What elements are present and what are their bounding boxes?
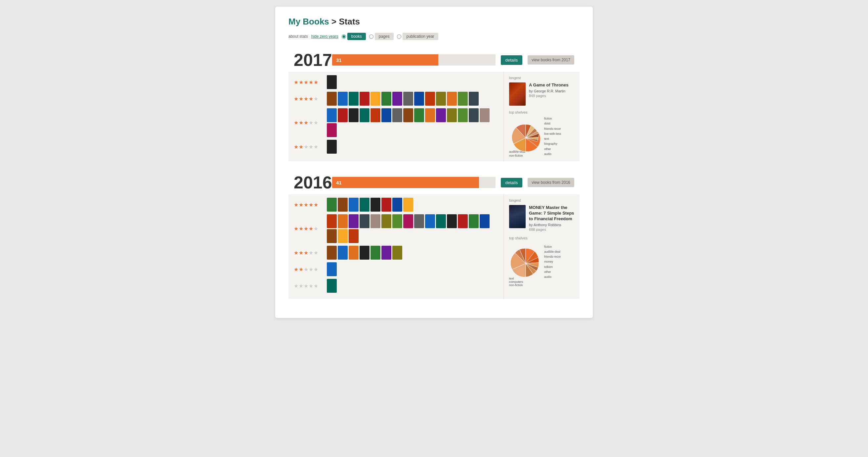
book-cover[interactable] [447,92,457,106]
book-cover[interactable] [338,92,348,106]
book-covers-2star-2017 [327,140,337,154]
book-covers-2star-2016 [327,262,337,276]
book-cover[interactable] [327,108,337,122]
details-button-2016[interactable]: details [501,178,523,188]
book-cover[interactable] [425,214,435,228]
book-cover[interactable] [349,108,359,122]
book-cover[interactable] [436,214,446,228]
ratings-area-2016: ★ ★ ★ ★ ★ [288,194,503,299]
book-cover[interactable] [392,214,402,228]
book-cover[interactable] [338,246,348,260]
pages-radio-option[interactable]: pages [369,33,394,40]
pages-tab[interactable]: pages [375,33,394,40]
books-radio-option[interactable]: books [342,33,366,40]
book-cover[interactable] [479,108,490,122]
bar-fill-2017: 31 [332,54,438,65]
book-cover[interactable] [349,198,359,211]
book-cover[interactable] [327,246,337,260]
longest-book-2016: MONEY Master the Game: 7 Simple Steps to… [509,205,574,231]
book-cover[interactable] [327,229,337,243]
pie-chart-2016: fiction audible-deal friends-recor money… [509,242,574,282]
book-cover[interactable] [327,123,337,137]
book-cover[interactable] [381,92,391,106]
book-cover[interactable] [327,140,337,154]
controls-bar: about stats hide zero years books pages … [288,33,580,40]
book-cover[interactable] [371,246,380,260]
book-cover[interactable] [436,92,446,106]
book-cover[interactable] [349,229,359,243]
rating-row-4star-2017: ★ ★ ★ ★ ★ [294,92,498,106]
book-cover[interactable] [469,214,479,228]
book-cover[interactable] [469,108,479,122]
book-cover[interactable] [327,92,337,106]
book-cover[interactable] [327,75,337,89]
book-cover[interactable] [349,246,359,260]
book-cover[interactable] [360,108,370,122]
book-cover[interactable] [371,214,380,228]
book-cover[interactable] [381,246,391,260]
book-covers-5star-2016 [327,198,413,211]
book-cover[interactable] [425,108,435,122]
book-cover[interactable] [381,108,391,122]
book-cover[interactable] [403,214,413,228]
pie-right-labels-2017: fiction doist friends-recor live-with-le… [544,116,561,156]
longest-book-info-2016: MONEY Master the Game: 7 Simple Steps to… [529,205,574,231]
book-cover[interactable] [458,92,468,106]
longest-book-title-2016: MONEY Master the Game: 7 Simple Steps to… [529,205,574,222]
ratings-area-2017: ★ ★ ★ ★ ★ ★ ★ ★ ★ [288,72,503,161]
book-cover[interactable] [425,92,435,106]
pub-year-tab[interactable]: publication year [403,33,438,40]
book-cover[interactable] [447,214,457,228]
longest-book-author-2017: by George R.R. Martin [529,89,568,93]
book-cover[interactable] [349,92,359,106]
pub-year-radio-option[interactable]: publication year [397,33,438,40]
book-cover[interactable] [371,92,380,106]
book-cover[interactable] [381,198,391,211]
longest-book-2017: A Game of Thrones by George R.R. Martin … [509,82,574,106]
book-cover[interactable] [360,214,370,228]
book-cover[interactable] [360,92,370,106]
book-cover[interactable] [327,198,337,211]
book-cover[interactable] [327,262,337,276]
stars-2-2017: ★ ★ ★ ★ ★ [294,144,323,150]
book-cover[interactable] [414,92,424,106]
longest-book-cover-2017[interactable] [509,82,526,106]
bar-container-2017: 31 [332,54,496,65]
book-cover[interactable] [338,229,348,243]
book-cover[interactable] [403,198,413,211]
book-cover[interactable] [371,108,380,122]
book-cover[interactable] [392,198,402,211]
book-cover[interactable] [338,108,348,122]
book-cover[interactable] [403,92,413,106]
book-cover[interactable] [403,108,413,122]
book-cover[interactable] [349,214,359,228]
book-cover[interactable] [436,108,446,122]
book-cover[interactable] [360,198,370,211]
book-cover[interactable] [381,214,391,228]
book-cover[interactable] [338,214,348,228]
book-cover[interactable] [458,108,468,122]
book-cover[interactable] [360,246,370,260]
book-cover[interactable] [458,214,468,228]
longest-book-cover-2016[interactable] [509,205,526,228]
book-cover[interactable] [392,246,402,260]
view-books-button-2017[interactable]: view books from 2017 [528,55,574,64]
book-cover[interactable] [414,108,424,122]
book-cover[interactable] [392,92,402,106]
book-cover[interactable] [392,108,402,122]
hide-zero-years-link[interactable]: hide zero years [311,34,338,39]
book-cover[interactable] [338,198,348,211]
book-cover[interactable] [327,214,337,228]
book-cover[interactable] [414,214,424,228]
about-stats-label: about stats [288,34,308,39]
book-cover[interactable] [327,279,337,293]
book-cover[interactable] [447,108,457,122]
year-number-2016: 2016 [294,174,327,191]
book-cover[interactable] [469,92,479,106]
rating-row-3star-2017: ★ ★ ★ ★ ★ [294,108,498,137]
book-cover[interactable] [479,214,490,228]
view-books-button-2016[interactable]: view books from 2016 [528,178,574,187]
details-button-2017[interactable]: details [501,55,523,65]
book-cover[interactable] [371,198,380,211]
books-tab[interactable]: books [347,33,366,40]
